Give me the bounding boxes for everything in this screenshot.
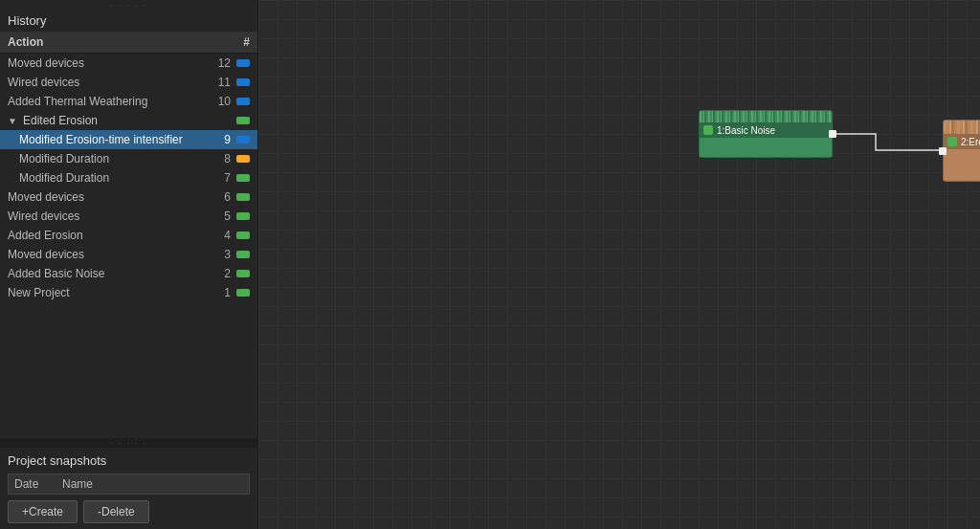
history-item-label-6: Modified Duration — [19, 171, 204, 185]
history-list: Moved devices12Wired devices11Added Ther… — [0, 54, 257, 438]
history-title: History — [0, 10, 257, 32]
node-erosion-input-port[interactable] — [939, 147, 947, 155]
snapshots-header: Date Name — [8, 474, 250, 495]
history-item-num-9: 4 — [204, 229, 231, 242]
history-item-label-1: Wired devices — [8, 76, 204, 89]
history-item-7[interactable]: Moved devices6 — [0, 187, 257, 207]
history-item-2[interactable]: Added Thermal Weathering10 — [0, 92, 257, 111]
create-snapshot-button[interactable]: +Create — [8, 500, 78, 523]
history-item-num-6: 7 — [204, 171, 231, 185]
snapshots-section: Project snapshots Date Name +Create -Del… — [0, 448, 257, 529]
history-item-num-8: 5 — [204, 209, 231, 223]
history-item-num-2: 10 — [204, 95, 231, 108]
history-item-dot-3 — [236, 117, 250, 124]
history-item-num-0: 12 — [204, 56, 231, 70]
history-item-label-12: New Project — [8, 286, 204, 299]
history-num-col-header: # — [221, 35, 250, 49]
history-item-1[interactable]: Wired devices11 — [0, 73, 257, 92]
history-section: · · · · · History Action # Moved devices… — [0, 0, 257, 438]
node-erosion-badge — [947, 137, 957, 146]
node-erosion-titlebar: 2:Erosion — [944, 134, 980, 149]
history-item-dot-1 — [236, 78, 250, 86]
history-item-dot-2 — [236, 98, 250, 105]
history-item-label-11: Added Basic Noise — [8, 267, 204, 280]
delete-snapshot-button[interactable]: -Delete — [83, 500, 149, 523]
history-item-label-4: Modified Erosion-time intensifier — [19, 133, 204, 146]
panel-divider[interactable]: · · · · · — [0, 438, 257, 448]
node-erosion-label: 2:Erosion — [961, 137, 980, 147]
history-item-dot-6 — [236, 174, 250, 182]
history-item-5[interactable]: Modified Duration8 — [0, 149, 257, 168]
history-item-9[interactable]: Added Erosion4 — [0, 226, 257, 245]
history-item-num-10: 3 — [204, 248, 231, 261]
node-erosion-texture — [944, 121, 980, 134]
connection-wire — [258, 0, 980, 529]
snapshots-title: Project snapshots — [8, 453, 250, 468]
history-item-label-9: Added Erosion — [8, 229, 204, 242]
history-item-10[interactable]: Moved devices3 — [0, 245, 257, 264]
history-item-0[interactable]: Moved devices12 — [0, 54, 257, 73]
node-basic-noise-texture — [700, 111, 832, 122]
history-item-6[interactable]: Modified Duration7 — [0, 168, 257, 187]
history-item-num-4: 9 — [204, 133, 231, 146]
history-item-label-3: Edited Erosion — [23, 114, 234, 127]
history-item-8[interactable]: Wired devices5 — [0, 207, 257, 226]
node-basic-noise-label: 1:Basic Noise — [717, 125, 775, 136]
history-item-num-1: 11 — [204, 76, 231, 89]
left-panel: · · · · · History Action # Moved devices… — [0, 0, 258, 529]
history-item-dot-4 — [236, 136, 250, 143]
history-item-4[interactable]: Modified Erosion-time intensifier9 — [0, 130, 257, 149]
node-erosion[interactable]: 2:Erosion — [943, 120, 980, 182]
history-item-dot-9 — [236, 231, 250, 239]
history-item-3[interactable]: ▼Edited Erosion — [0, 111, 257, 130]
history-header: Action # — [0, 32, 257, 54]
history-item-dot-7 — [236, 193, 250, 201]
history-item-label-8: Wired devices — [8, 209, 204, 223]
snapshots-buttons: +Create -Delete — [8, 500, 250, 523]
history-item-12[interactable]: New Project1 — [0, 283, 257, 302]
history-item-dot-10 — [236, 251, 250, 258]
history-item-label-10: Moved devices — [8, 248, 204, 261]
history-item-dot-0 — [236, 59, 250, 67]
history-item-label-7: Moved devices — [8, 190, 204, 204]
history-item-label-2: Added Thermal Weathering — [8, 95, 204, 108]
history-item-label-5: Modified Duration — [19, 152, 204, 165]
history-item-dot-8 — [236, 212, 250, 220]
node-basic-noise-badge — [703, 125, 713, 135]
history-item-dot-12 — [236, 289, 250, 297]
history-item-11[interactable]: Added Basic Noise2 — [0, 264, 257, 283]
history-drag-handle[interactable]: · · · · · — [0, 0, 257, 10]
node-basic-noise[interactable]: 1:Basic Noise — [699, 110, 833, 158]
history-item-num-12: 1 — [204, 286, 231, 299]
collapse-icon-3[interactable]: ▼ — [8, 116, 21, 126]
history-item-dot-5 — [236, 155, 250, 163]
history-item-label-0: Moved devices — [8, 56, 204, 70]
snapshots-date-header: Date — [14, 477, 62, 491]
node-basic-noise-output-port[interactable] — [829, 130, 836, 138]
history-item-num-5: 8 — [204, 152, 231, 165]
main-canvas[interactable]: 1:Basic Noise 2:Erosion — [258, 0, 980, 529]
history-action-col-header: Action — [8, 35, 221, 49]
history-item-dot-11 — [236, 270, 250, 277]
history-item-num-11: 2 — [204, 267, 231, 280]
snapshots-name-header: Name — [62, 477, 243, 491]
node-basic-noise-titlebar: 1:Basic Noise — [700, 122, 832, 138]
history-item-num-7: 6 — [204, 190, 231, 204]
